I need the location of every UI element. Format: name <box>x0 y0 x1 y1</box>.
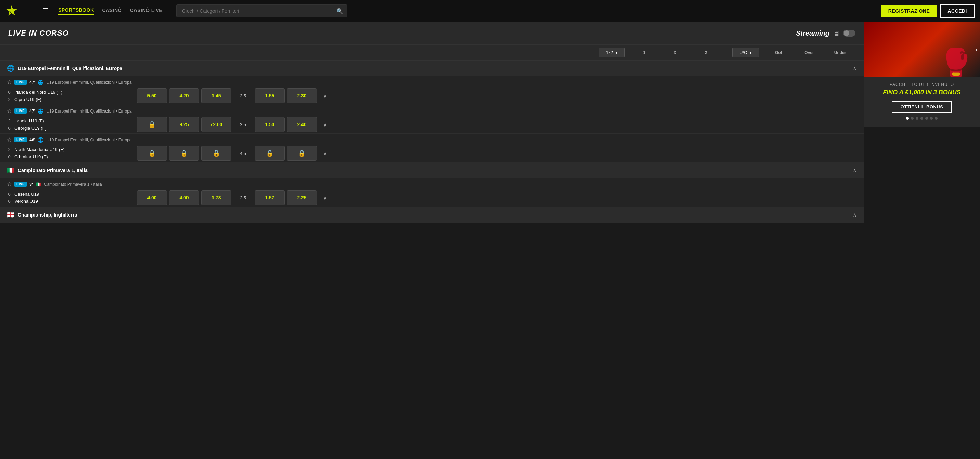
promo-cta-button[interactable]: OTTIENI IL BONUS <box>892 101 952 113</box>
expand-btn-m3[interactable]: ∨ <box>320 150 330 157</box>
odds-btn-over-m2[interactable]: 1.50 <box>255 117 285 132</box>
odds-btn-x-m2[interactable]: 9.25 <box>169 117 199 132</box>
league-section-u19-euro[interactable]: 🌐 U19 Europei Femminili, Qualificazioni,… <box>0 60 864 76</box>
odds-btn-2-m1[interactable]: 1.45 <box>201 88 231 103</box>
match-odds-row-m1: 0 Irlanda del Nord U19 (F) 2 Cipro U19 (… <box>0 87 864 105</box>
promo-dot-2[interactable] <box>916 117 918 120</box>
odds-btn-under-m1[interactable]: 2.30 <box>287 88 317 103</box>
match-row-m2: ☆ LIVE 47' 🌐 U19 Europei Femminili, Qual… <box>0 105 864 134</box>
hamburger-menu[interactable]: ☰ <box>40 5 51 16</box>
odds-btn-1-m4[interactable]: 4.00 <box>137 190 167 205</box>
odds-btn-over-m4[interactable]: 1.57 <box>255 190 285 205</box>
match-time-m1: 47' <box>29 80 35 85</box>
league-flag-championship: 🏴󠁧󠁢󠁥󠁮󠁧󠁿 <box>7 211 14 219</box>
live-badge-m4: LIVE <box>14 182 27 187</box>
odds-type-1x2[interactable]: 1x2 ▾ <box>599 48 625 57</box>
main-layout: LIVE IN CORSO Streaming 🖥 1x2 ▾ 1 X 2 <box>0 22 980 223</box>
goal-num-m3: 4.5 <box>233 151 253 156</box>
odds-area-m2: 🔒 9.25 72.00 3.5 1.50 2.40 ∨ <box>137 117 857 132</box>
odds-btn-under-m3[interactable]: 🔒 <box>287 146 317 161</box>
score-home-m3: 2 <box>7 147 12 152</box>
favorite-star-m4[interactable]: ☆ <box>7 181 12 187</box>
odds-btn-2-m3[interactable]: 🔒 <box>201 146 231 161</box>
odds-type-uo[interactable]: U/O ▾ <box>732 48 759 57</box>
promo-next-arrow[interactable]: › <box>975 46 977 53</box>
promo-dot-5[interactable] <box>930 117 933 120</box>
expand-btn-m4[interactable]: ∨ <box>320 195 330 201</box>
team-row-1-m3: 2 North Macedonia U19 (F) <box>7 146 131 153</box>
promo-dot-4[interactable] <box>925 117 928 120</box>
odds-btn-under-m2[interactable]: 2.40 <box>287 117 317 132</box>
teams-col-m3: 2 North Macedonia U19 (F) 0 Gibraltar U1… <box>7 146 137 160</box>
score-away-m3: 0 <box>7 154 12 159</box>
nav-casino[interactable]: CASINÒ <box>102 8 122 14</box>
score-home-m2: 2 <box>7 118 12 124</box>
goal-num-m1: 3.5 <box>233 94 253 98</box>
promo-content: PACCHETTO DI BENVENUTO FINO A €1,000 IN … <box>864 76 980 127</box>
league-name-u19: U19 Europei Femminili, Qualificazioni, E… <box>18 66 123 71</box>
odds-btn-1-m2[interactable]: 🔒 <box>137 117 167 132</box>
odds-btn-1-m1[interactable]: 5.50 <box>137 88 167 103</box>
nav-sportsbook[interactable]: SPORTSBOOK <box>58 7 94 15</box>
register-button[interactable]: REGISTRAZIONE <box>881 5 937 17</box>
search-input[interactable] <box>176 5 347 17</box>
league-section-championship[interactable]: 🏴󠁧󠁢󠁥󠁮󠁧󠁿 Championship, Inghilterra ∧ <box>0 207 864 223</box>
col-x: X <box>660 50 690 55</box>
odds-btn-2-m2[interactable]: 72.00 <box>201 117 231 132</box>
odds-btn-over-m3[interactable]: 🔒 <box>255 146 285 161</box>
odds-btn-under-m4[interactable]: 2.25 <box>287 190 317 205</box>
logo-icon: S <box>5 5 18 17</box>
odds-group-uo: U/O ▾ Gol Over Under <box>732 48 856 57</box>
league-section-primavera[interactable]: 🇮🇹 Campionato Primavera 1, Italia ∧ <box>0 162 864 178</box>
team-away-m3: Gibraltar U19 (F) <box>14 154 48 159</box>
league-name-primavera: Campionato Primavera 1, Italia <box>18 168 88 173</box>
promo-figure: 🥊 <box>939 49 973 76</box>
team-away-m2: Georgia U19 (F) <box>14 125 46 131</box>
promo-dot-6[interactable] <box>935 117 937 120</box>
odds-btn-over-m1[interactable]: 1.55 <box>255 88 285 103</box>
league-title-u19-euro: 🌐 U19 Europei Femminili, Qualificazioni,… <box>7 65 123 72</box>
monitor-icon: 🖥 <box>833 29 840 37</box>
match-league-text-m2: U19 Europei Femminili, Qualificazioni • … <box>46 109 131 114</box>
match-league-flag-m4: 🇮🇹 <box>36 182 41 187</box>
odds-area-m3: 🔒 🔒 🔒 4.5 🔒 🔒 ∨ <box>137 146 857 161</box>
odds-btn-1-m3[interactable]: 🔒 <box>137 146 167 161</box>
odds-btn-x-m1[interactable]: 4.20 <box>169 88 199 103</box>
col-over: Over <box>794 50 825 55</box>
promo-dot-3[interactable] <box>920 117 923 120</box>
nav-casino-live[interactable]: CASINÒ LIVE <box>130 8 162 14</box>
teams-col-m4: 0 Cesena U19 0 Verona U19 <box>7 191 137 205</box>
favorite-star-m2[interactable]: ☆ <box>7 108 12 114</box>
favorite-star-m1[interactable]: ☆ <box>7 79 12 86</box>
match-meta-m4: ☆ LIVE 3' 🇮🇹 Campionato Primavera 1 • It… <box>0 178 864 189</box>
odds-cols-1x2: 1 X 2 <box>629 50 721 55</box>
promo-dot-0[interactable] <box>906 117 909 120</box>
odds-btn-x-m4[interactable]: 4.00 <box>169 190 199 205</box>
odds-btn-2-m4[interactable]: 1.73 <box>201 190 231 205</box>
match-odds-row-m3: 2 North Macedonia U19 (F) 0 Gibraltar U1… <box>0 145 864 162</box>
header: S ☰ SPORTSBOOK CASINÒ CASINÒ LIVE 🔍 REGI… <box>0 0 980 22</box>
team-home-m4: Cesena U19 <box>14 192 39 197</box>
expand-btn-m1[interactable]: ∨ <box>320 93 330 99</box>
logo[interactable]: S <box>5 5 33 17</box>
promo-dot-1[interactable] <box>911 117 914 120</box>
odds-area-m1: 5.50 4.20 1.45 3.5 1.55 2.30 ∨ <box>137 88 857 103</box>
live-badge-m3: LIVE <box>14 137 27 142</box>
team-away-m1: Cipro U19 (F) <box>14 97 41 102</box>
league-flag-primavera: 🇮🇹 <box>7 167 14 174</box>
favorite-star-m3[interactable]: ☆ <box>7 137 12 143</box>
search-bar: 🔍 <box>176 5 347 17</box>
streaming-toggle[interactable] <box>843 30 856 37</box>
svg-text:S: S <box>10 10 12 13</box>
match-league-flag-m2: 🌐 <box>38 108 43 114</box>
promo-subtitle: PACCHETTO DI BENVENUTO <box>870 82 973 87</box>
chevron-down-icon: ▾ <box>615 50 617 55</box>
team-row-2-m4: 0 Verona U19 <box>7 198 131 205</box>
match-time-m2: 47' <box>29 109 35 114</box>
match-meta-m3: ☆ LIVE 46' 🌐 U19 Europei Femminili, Qual… <box>0 134 864 145</box>
odds-header: 1x2 ▾ 1 X 2 U/O ▾ Gol Over Under <box>0 45 864 60</box>
expand-btn-m2[interactable]: ∨ <box>320 121 330 128</box>
live-in-corso-title: LIVE IN CORSO <box>8 29 69 38</box>
login-button[interactable]: ACCEDI <box>940 4 975 18</box>
odds-btn-x-m3[interactable]: 🔒 <box>169 146 199 161</box>
